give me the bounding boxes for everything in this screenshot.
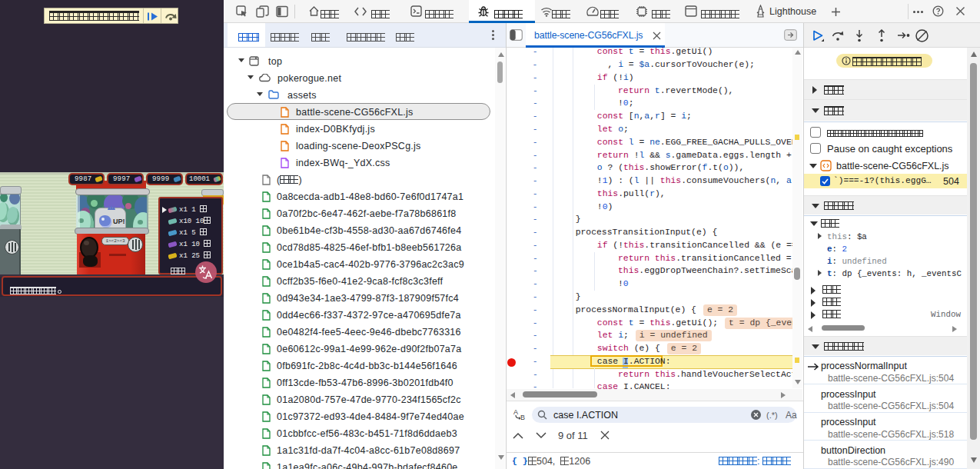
svg-text:B: B: [520, 414, 525, 421]
svg-text:A: A: [513, 408, 518, 416]
